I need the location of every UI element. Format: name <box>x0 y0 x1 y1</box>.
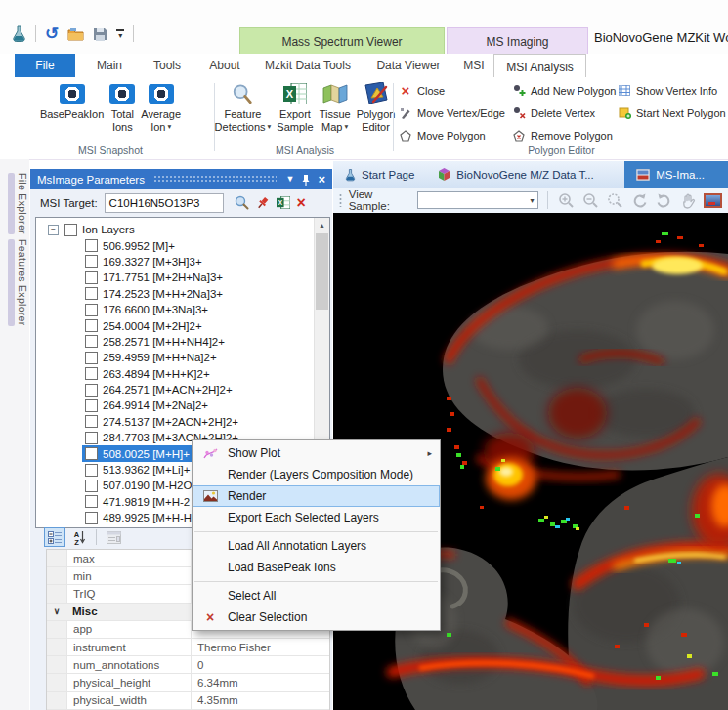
ion-layer-item[interactable]: 506.9952 [M]+ <box>36 237 329 253</box>
layer-checkbox[interactable] <box>85 432 98 444</box>
ion-layer-item[interactable]: 274.5137 [M+2ACN+2H]2+ <box>36 414 329 430</box>
total-ions-button[interactable]: Total Ions <box>107 77 138 142</box>
layer-checkbox[interactable] <box>85 480 98 492</box>
layer-checkbox[interactable] <box>85 512 98 524</box>
panel-title-bar[interactable]: MsImage Parameters ▼ × <box>30 169 332 189</box>
tab-msi[interactable]: MSI <box>455 54 492 77</box>
layer-checkbox[interactable] <box>85 384 98 397</box>
ion-layer-item[interactable]: 254.0004 [M+2H]2+ <box>36 317 329 333</box>
layer-checkbox[interactable] <box>85 447 98 460</box>
export-sample-button[interactable]: X Export Sample <box>274 77 316 142</box>
show-vertex-info-button[interactable]: Show Vertex Info <box>618 82 717 99</box>
open-folder-icon[interactable] <box>67 27 84 41</box>
layer-checkbox[interactable] <box>85 495 98 508</box>
rotate-right-icon[interactable] <box>655 190 672 210</box>
scrollbar-thumb[interactable] <box>316 233 328 310</box>
menu-item-load-basepeak-ions[interactable]: Load BasePeak Ions <box>193 557 440 578</box>
tab-file[interactable]: File <box>15 54 75 77</box>
start-next-polygon-button[interactable]: Start Next Polygon <box>618 104 726 121</box>
polygon-editor-button[interactable]: Polygon Editor <box>354 77 399 142</box>
property-row[interactable]: instrumentThermo Fisher <box>47 639 329 656</box>
menu-item-show-plot[interactable]: Show Plot▸ <box>193 442 440 464</box>
ion-layer-item[interactable]: 176.6600 [M+3Na]3+ <box>36 302 329 317</box>
basepeakion-button[interactable]: BasePeakIon <box>37 77 107 142</box>
menu-item-load-all-annotation-layers[interactable]: Load All Annotation Layers <box>193 535 440 557</box>
tab-ms-image[interactable]: MS-Ima... <box>624 161 728 188</box>
tab-about[interactable]: About <box>196 54 253 77</box>
delete-vertex-button[interactable]: Delete Vertex <box>512 104 595 121</box>
ion-layer-item[interactable]: 264.2571 [M+ACN+2H]2+ <box>36 382 329 397</box>
chevron-down-icon[interactable]: ∨ <box>47 604 66 620</box>
layer-checkbox[interactable] <box>85 271 98 284</box>
scroll-up-icon[interactable]: ▲ <box>315 218 329 232</box>
save-icon[interactable] <box>93 27 107 41</box>
categorized-view-button[interactable] <box>44 527 65 547</box>
zoom-reset-icon[interactable] <box>606 190 623 210</box>
add-new-polygon-button[interactable]: Add New Polygon <box>512 82 616 99</box>
ion-layer-item[interactable]: 259.4959 [M+H+Na]2+ <box>36 350 329 365</box>
app-flask-icon[interactable] <box>12 25 26 42</box>
move-vertex-edge-button[interactable]: Move Vertex/Edge <box>399 104 505 121</box>
ion-layer-item[interactable]: 174.2523 [M+H+2Na]3+ <box>36 286 329 302</box>
layer-checkbox[interactable] <box>85 464 98 477</box>
menu-item-render-layers-composition-mode[interactable]: Render (Layers Composition Mode) <box>193 464 440 485</box>
contextual-group-ms-imaging[interactable]: MS Imaging <box>447 27 588 55</box>
collapse-toggle-icon[interactable]: − <box>48 225 59 235</box>
layer-checkbox[interactable] <box>85 415 98 428</box>
tab-start-page[interactable]: Start Page <box>333 161 426 188</box>
tab-data-viewer[interactable]: Data Viewer <box>364 54 453 77</box>
layer-checkbox[interactable] <box>85 352 98 364</box>
sidebar-item-file-explorer[interactable]: File Explorer <box>8 173 28 234</box>
layer-checkbox[interactable] <box>85 239 98 252</box>
property-value[interactable]: Thermo Fisher <box>192 642 329 653</box>
sidebar-item-features-explorer[interactable]: Features Explorer <box>8 239 28 326</box>
tree-root[interactable]: − Ion Layers <box>36 222 329 237</box>
property-value[interactable]: 4.35mm <box>192 694 329 706</box>
property-value[interactable]: 6.34mm <box>192 677 329 689</box>
zoom-in-icon[interactable] <box>557 190 575 210</box>
msi-target-input[interactable]: C10H16N5O13P3 <box>105 193 224 213</box>
close-icon[interactable]: × <box>318 174 325 185</box>
undo-icon[interactable]: ↺ <box>45 27 59 41</box>
tab-msi-analysis[interactable]: MSI Analysis <box>493 54 586 79</box>
contextual-group-mass-spectrum-viewer[interactable]: Mass Spectrum Viewer <box>239 27 445 55</box>
menu-item-render[interactable]: Render <box>193 485 440 507</box>
snapshot-icon[interactable] <box>704 190 722 210</box>
view-sample-select[interactable]: ▾ <box>417 191 539 209</box>
root-checkbox[interactable] <box>64 224 77 236</box>
layer-checkbox[interactable] <box>85 255 98 268</box>
excel-export-icon[interactable]: X <box>277 196 290 209</box>
property-pages-button[interactable] <box>104 528 123 546</box>
menu-item-export-each-selected-layers[interactable]: Export Each Selected Layers <box>193 507 440 528</box>
layer-checkbox[interactable] <box>85 287 98 300</box>
layer-checkbox[interactable] <box>85 367 98 380</box>
rotate-left-icon[interactable] <box>630 190 648 210</box>
ion-layer-item[interactable]: 258.2571 [M+H+NH4]2+ <box>36 334 329 350</box>
pin-icon[interactable] <box>301 174 311 186</box>
menu-item-clear-selection[interactable]: ×Clear Selection <box>193 606 440 628</box>
pan-hand-icon[interactable] <box>679 190 697 210</box>
close-button[interactable]: ×Close <box>399 82 445 99</box>
tab-mzkit-data-tools[interactable]: Mzkit Data Tools <box>257 54 359 77</box>
search-icon[interactable] <box>235 195 249 210</box>
customize-toolbar-dropdown-icon[interactable]: ▾ <box>116 29 124 38</box>
property-row[interactable]: num_annotations0 <box>47 656 329 674</box>
ion-layer-item[interactable]: 171.7751 [M+2H+Na]3+ <box>36 270 329 285</box>
remove-polygon-button[interactable]: Remove Polygon <box>512 127 613 144</box>
property-row[interactable]: physical_width4.35mm <box>47 692 329 710</box>
pushpin-icon[interactable] <box>256 196 270 210</box>
average-ion-button[interactable]: Average Ion▾ <box>138 77 184 142</box>
zoom-out-icon[interactable] <box>581 190 599 210</box>
layer-checkbox[interactable] <box>85 304 98 316</box>
layer-checkbox[interactable] <box>85 319 98 332</box>
property-row[interactable]: physical_height6.34mm <box>47 674 329 691</box>
layer-checkbox[interactable] <box>85 335 98 348</box>
ion-layer-item[interactable]: 263.4894 [M+H+K]2+ <box>36 366 329 382</box>
panel-menu-dropdown-icon[interactable]: ▼ <box>285 175 294 184</box>
clear-target-icon[interactable]: × <box>297 196 306 210</box>
ion-layer-item[interactable]: 264.9914 [M+2Na]2+ <box>36 397 329 413</box>
tab-main[interactable]: Main <box>82 54 137 77</box>
tissue-map-button[interactable]: Tissue Map▾ <box>317 77 354 142</box>
layer-checkbox[interactable] <box>85 399 98 412</box>
property-value[interactable]: 0 <box>192 659 329 671</box>
